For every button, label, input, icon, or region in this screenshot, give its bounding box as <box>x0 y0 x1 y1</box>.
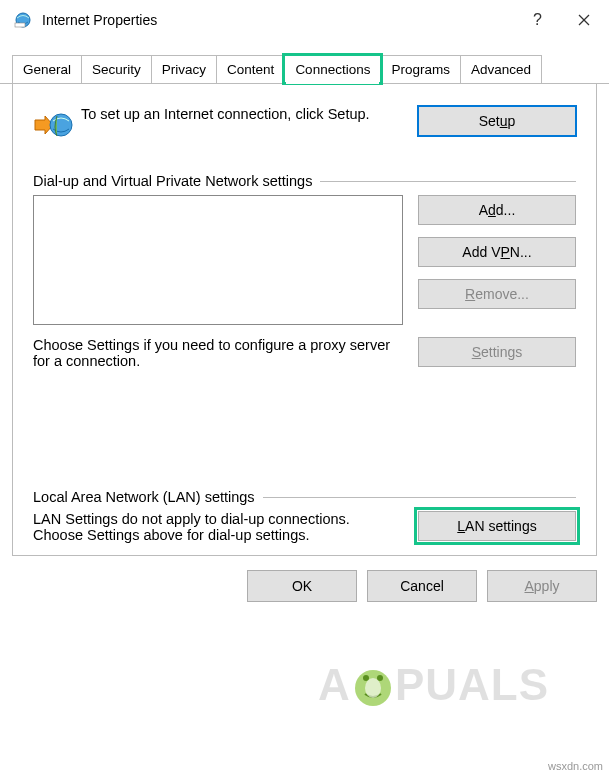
settings-button: Settings <box>418 337 576 367</box>
remove-button: Remove... <box>418 279 576 309</box>
tab-panel-connections: To set up an Internet connection, click … <box>12 84 597 556</box>
help-button[interactable]: ? <box>515 1 561 39</box>
connections-listbox[interactable] <box>33 195 403 325</box>
add-button[interactable]: Add... <box>418 195 576 225</box>
tab-connections[interactable]: Connections <box>284 55 381 83</box>
internet-options-icon <box>14 11 32 29</box>
svg-point-6 <box>50 114 72 136</box>
close-button[interactable] <box>561 1 607 39</box>
tab-security[interactable]: Security <box>81 55 152 83</box>
svg-point-9 <box>377 675 383 681</box>
window-title: Internet Properties <box>42 12 515 28</box>
dialog-button-row: OK Cancel Apply <box>0 556 609 616</box>
titlebar: Internet Properties ? <box>0 0 609 40</box>
connection-wizard-icon <box>33 106 81 145</box>
proxy-description: Choose Settings if you need to configure… <box>33 337 418 369</box>
lan-description: LAN Settings do not apply to dial-up con… <box>33 511 418 543</box>
watermark: A PUALS <box>318 660 549 710</box>
setup-description: To set up an Internet connection, click … <box>81 106 418 122</box>
tab-advanced[interactable]: Advanced <box>460 55 542 83</box>
setup-button[interactable]: Setup <box>418 106 576 136</box>
dialup-heading: Dial-up and Virtual Private Network sett… <box>33 173 576 189</box>
ok-button[interactable]: OK <box>247 570 357 602</box>
tab-content[interactable]: Content <box>216 55 285 83</box>
tab-privacy[interactable]: Privacy <box>151 55 217 83</box>
apply-button: Apply <box>487 570 597 602</box>
svg-point-7 <box>355 670 391 706</box>
tab-programs[interactable]: Programs <box>380 55 461 83</box>
lan-heading: Local Area Network (LAN) settings <box>33 489 576 505</box>
tab-general[interactable]: General <box>12 55 82 83</box>
cancel-button[interactable]: Cancel <box>367 570 477 602</box>
setup-row: To set up an Internet connection, click … <box>33 106 576 145</box>
svg-point-10 <box>365 678 381 698</box>
lan-settings-button[interactable]: LAN settings <box>418 511 576 541</box>
tab-strip: General Security Privacy Content Connect… <box>0 40 609 84</box>
svg-point-8 <box>363 675 369 681</box>
source-watermark: wsxdn.com <box>548 760 603 772</box>
svg-text:?: ? <box>533 11 542 28</box>
svg-rect-1 <box>15 23 25 27</box>
add-vpn-button[interactable]: Add VPN... <box>418 237 576 267</box>
